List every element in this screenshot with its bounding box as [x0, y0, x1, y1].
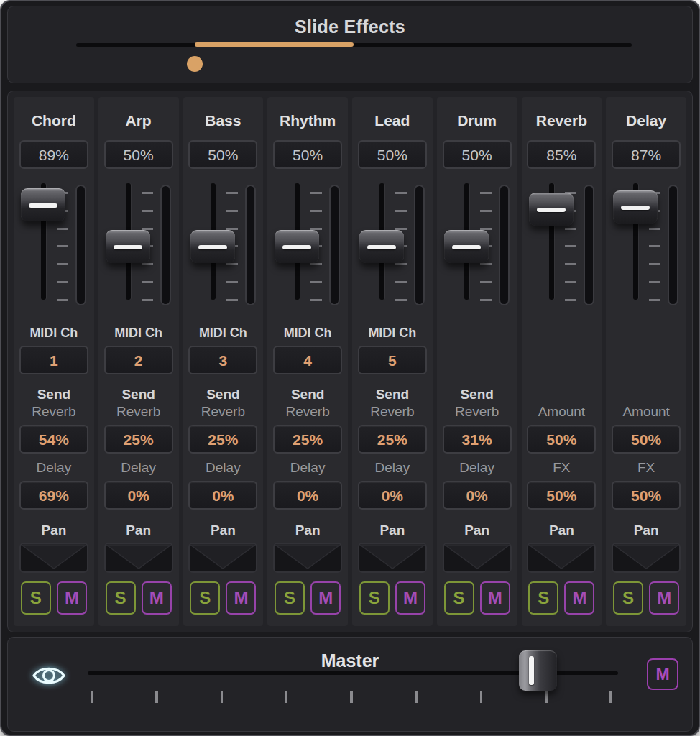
pan-control[interactable]	[104, 543, 173, 573]
send1-value[interactable]: 25%	[358, 425, 427, 454]
pan-label: Pan	[41, 521, 66, 540]
solo-button[interactable]: S	[613, 581, 643, 615]
channel-volume-value[interactable]: 50%	[273, 140, 342, 169]
fader-cap[interactable]	[106, 230, 150, 263]
master-title: Master	[8, 650, 692, 671]
send2-value[interactable]: 0%	[273, 481, 342, 510]
send1-value[interactable]: 50%	[612, 425, 681, 454]
send-section-label: Send	[121, 386, 155, 403]
solo-mute-row: S M	[359, 581, 425, 615]
send2-label: Delay	[37, 459, 72, 477]
pan-control[interactable]	[443, 543, 512, 573]
send2-value[interactable]: 0%	[443, 481, 512, 510]
midi-channel-value[interactable]: 3	[188, 346, 257, 374]
pan-control[interactable]	[188, 543, 257, 573]
channel-volume-value[interactable]: 85%	[527, 140, 596, 169]
fader-cap[interactable]	[275, 230, 319, 263]
midi-channel-value[interactable]: 5	[358, 346, 427, 374]
solo-button[interactable]: S	[528, 581, 558, 615]
channel-volume-value[interactable]: 50%	[188, 140, 257, 169]
channel-name: Chord	[32, 110, 76, 132]
pan-control[interactable]	[612, 543, 681, 573]
mute-button[interactable]: M	[480, 581, 510, 615]
fader-cap[interactable]	[613, 190, 658, 224]
slide-effects-panel: Slide Effects	[7, 6, 693, 83]
midi-channel-label: MIDI Ch	[29, 323, 78, 343]
send2-value[interactable]: 0%	[188, 481, 257, 510]
send2-label: FX	[553, 459, 570, 477]
solo-mute-row: S M	[528, 581, 594, 615]
pan-label: Pan	[464, 521, 489, 540]
mute-button[interactable]: M	[226, 581, 256, 615]
master-fader-handle[interactable]	[519, 650, 557, 691]
send2-value[interactable]: 50%	[527, 481, 596, 510]
channels-panel: Chord 89% MIDI Ch 1 Send Reverb 54% Dela…	[7, 91, 693, 632]
send-section-label: Send	[37, 386, 70, 403]
level-meter	[329, 185, 340, 305]
send1-value[interactable]: 25%	[104, 425, 173, 454]
channel-volume-value[interactable]: 50%	[104, 140, 173, 169]
master-mute-button[interactable]: M	[647, 658, 678, 690]
mute-button[interactable]: M	[142, 581, 172, 615]
solo-button[interactable]: S	[359, 581, 390, 615]
send1-value[interactable]: 25%	[188, 425, 257, 454]
send1-value[interactable]: 54%	[19, 425, 88, 454]
fader-zone	[352, 178, 433, 305]
slide-effects-title: Slide Effects	[8, 17, 692, 37]
midi-channel-value[interactable]: 4	[273, 346, 342, 374]
midi-channel-value[interactable]: 1	[19, 346, 88, 374]
send1-value[interactable]: 50%	[527, 425, 596, 454]
send2-label: Delay	[121, 459, 156, 477]
slide-effects-slider-thumb[interactable]	[187, 56, 203, 72]
solo-button[interactable]: S	[444, 581, 474, 615]
solo-mute-row: S M	[275, 581, 341, 615]
send1-value[interactable]: 25%	[273, 425, 342, 454]
solo-button[interactable]: S	[21, 581, 51, 615]
pan-control[interactable]	[358, 543, 427, 573]
mute-button[interactable]: M	[564, 581, 594, 615]
midi-block: MIDI Ch 3	[183, 305, 264, 374]
fader-cap[interactable]	[444, 230, 489, 263]
channel-volume-value[interactable]: 50%	[443, 140, 512, 169]
pan-control[interactable]	[19, 543, 88, 573]
send2-label: Delay	[290, 459, 326, 477]
channel-strip-delay: Delay 87% Amount 50% FX 50% Pan S M	[606, 97, 686, 626]
channel-strip-lead: Lead 50% MIDI Ch 5 Send Reverb 25% Delay…	[352, 97, 433, 626]
mute-button[interactable]: M	[649, 581, 679, 615]
eye-icon[interactable]	[28, 659, 70, 694]
slide-effects-slider-active-range	[195, 42, 354, 47]
channel-volume-value[interactable]: 89%	[19, 140, 88, 169]
fader-cap[interactable]	[359, 230, 404, 263]
solo-mute-row: S M	[190, 581, 256, 615]
pan-control[interactable]	[527, 543, 596, 573]
fader-zone	[183, 178, 264, 305]
send2-value[interactable]: 0%	[358, 481, 427, 510]
send2-value[interactable]: 0%	[104, 481, 173, 510]
midi-channel-value[interactable]: 2	[104, 346, 173, 374]
send2-value[interactable]: 69%	[19, 481, 88, 510]
fader-cap[interactable]	[529, 193, 574, 226]
mute-button[interactable]: M	[395, 581, 425, 615]
pan-label: Pan	[549, 521, 574, 540]
solo-mute-row: S M	[106, 581, 172, 615]
mute-button[interactable]: M	[57, 581, 87, 615]
send1-label: Reverb	[455, 403, 499, 420]
solo-button[interactable]: S	[190, 581, 220, 615]
send-section-label: Send	[206, 386, 239, 403]
solo-button[interactable]: S	[275, 581, 305, 615]
pan-control[interactable]	[273, 543, 342, 573]
channel-volume-value[interactable]: 50%	[358, 140, 427, 169]
send-section-label: Send	[291, 386, 324, 403]
fader-cap[interactable]	[190, 230, 235, 263]
channel-volume-value[interactable]: 87%	[612, 140, 681, 169]
slide-effects-slider-track[interactable]	[76, 43, 632, 47]
solo-button[interactable]: S	[106, 581, 136, 615]
send-section-label: Send	[376, 386, 409, 403]
channel-strip-bass: Bass 50% MIDI Ch 3 Send Reverb 25% Delay…	[183, 97, 264, 626]
send1-value[interactable]: 31%	[443, 425, 512, 454]
send2-value[interactable]: 50%	[612, 481, 681, 510]
channel-name: Arp	[126, 110, 152, 132]
mute-button[interactable]: M	[310, 581, 341, 615]
fader-cap[interactable]	[21, 188, 65, 221]
mixer-app: Slide Effects Chord 89% MIDI Ch 1 Send R…	[0, 0, 700, 736]
